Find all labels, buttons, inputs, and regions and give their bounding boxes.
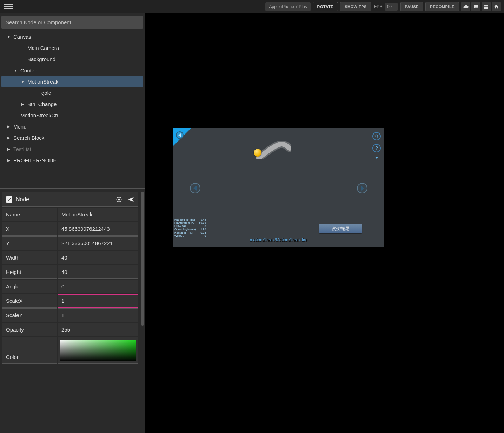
show-fps-button[interactable]: SHOW FPS (340, 2, 371, 11)
prop-color-picker[interactable] (58, 337, 138, 364)
tree-item-label: Main Camera (27, 45, 59, 51)
tree-item[interactable]: ▶Menu (1, 121, 143, 132)
prop-scaley-label: ScaleY (2, 308, 57, 322)
tree-item[interactable]: ▶Btn_Change (1, 98, 143, 110)
tree-item-label: TestList (13, 146, 31, 152)
caret-down-icon[interactable]: ▼ (6, 35, 11, 39)
prop-color-label: Color (2, 337, 57, 364)
recompile-button[interactable]: RECOMPILE (425, 2, 459, 11)
help-icon[interactable]: ? (372, 144, 381, 152)
device-select[interactable]: Apple iPhone 7 Plus (265, 2, 310, 11)
send-icon[interactable] (127, 196, 134, 203)
tree-item[interactable]: MotionStreakCtrl (1, 110, 143, 121)
hierarchy-panel: ▼CanvasMain CameraBackground▼Content▼Mot… (0, 13, 145, 188)
home-icon[interactable] (492, 2, 501, 11)
tree-item[interactable]: ▼Canvas (1, 31, 143, 42)
target-icon[interactable] (115, 196, 122, 203)
prop-y-value[interactable]: 221.33350014867221 (58, 236, 138, 250)
pause-button[interactable]: PAUSE (400, 2, 424, 11)
tree-item[interactable]: ▶TestList (1, 143, 143, 155)
node-tree: ▼CanvasMain CameraBackground▼Content▼Mot… (1, 31, 143, 188)
inspector-title: Node (16, 196, 115, 203)
tree-item[interactable]: ▼Content (1, 65, 143, 76)
tree-item[interactable]: Main Camera (1, 42, 143, 53)
prop-opacity-label: Opacity (2, 323, 57, 336)
prop-height-label: Height (2, 265, 57, 279)
grid-icon[interactable] (482, 2, 491, 11)
scrollbar[interactable] (141, 192, 144, 326)
caret-down-icon[interactable]: ▼ (13, 68, 18, 72)
tree-item[interactable]: ▶PROFILER-NODE (1, 155, 143, 166)
nav-right-icon[interactable] (357, 183, 367, 193)
prop-x-value[interactable]: 45.86639976212443 (58, 222, 138, 236)
prop-width-label: Width (2, 251, 57, 264)
node-active-checkbox[interactable] (6, 196, 12, 203)
tree-item-label: MotionStreak (27, 79, 58, 85)
change-streak-button[interactable]: 改变拖尾 (319, 224, 362, 233)
zoom-icon[interactable] (372, 132, 381, 140)
tree-item-label: PROFILER-NODE (13, 157, 57, 163)
tree-item-label: Btn_Change (27, 101, 57, 107)
tree-item[interactable]: gold (1, 87, 143, 98)
back-icon[interactable] (176, 131, 184, 139)
caret-right-icon[interactable]: ▶ (6, 158, 11, 162)
caret-down-icon[interactable]: ▼ (20, 80, 25, 84)
nav-left-icon[interactable] (190, 183, 200, 193)
svg-line-3 (377, 137, 379, 138)
prop-scalex-label: ScaleX (2, 294, 57, 308)
chevron-down-icon[interactable] (375, 157, 378, 159)
caret-right-icon[interactable]: ▶ (6, 136, 11, 140)
caret-right-icon[interactable]: ▶ (6, 125, 11, 129)
inspector-panel: Node Name MotionStreak X 45.866399762124… (0, 188, 145, 433)
cloud-icon[interactable] (461, 2, 470, 11)
prop-opacity-value[interactable]: 255 (58, 323, 138, 336)
prop-width-value[interactable]: 40 (58, 251, 138, 264)
chat-icon[interactable] (471, 2, 480, 11)
rotate-button[interactable]: ROTATE (313, 2, 338, 11)
fps-label: FPS: (374, 4, 384, 9)
prop-y-label: Y (2, 236, 57, 250)
menu-icon[interactable] (4, 2, 13, 11)
tree-item[interactable]: Background (1, 53, 143, 65)
tree-item-label: Menu (13, 124, 27, 130)
tree-item-label: Content (20, 67, 39, 73)
prop-angle-label: Angle (2, 280, 57, 293)
tree-item-label: MotionStreakCtrl (20, 112, 60, 118)
search-input[interactable] (1, 16, 143, 29)
prop-scaley-value[interactable]: 1 (58, 308, 138, 322)
motion-streak (256, 141, 291, 159)
gold-coin (254, 149, 261, 157)
game-preview-panel: ? 改变拖尾 Frame time (ms)1.48Framerate (FPS… (145, 13, 504, 433)
fps-input[interactable] (385, 3, 398, 11)
prop-scalex-value[interactable]: 1 (58, 294, 138, 308)
prop-angle-value[interactable]: 0 (58, 280, 138, 293)
prop-name-label: Name (2, 208, 57, 221)
tree-item[interactable]: ▶Search Block (1, 132, 143, 143)
profiler-stats: Frame time (ms)1.48Framerate (FPS)59.96D… (174, 218, 206, 237)
top-toolbar: Apple iPhone 7 Plus ROTATE SHOW FPS FPS:… (0, 0, 504, 13)
caret-right-icon[interactable]: ▶ (20, 102, 25, 106)
prop-x-label: X (2, 222, 57, 236)
game-frame[interactable]: ? 改变拖尾 Frame time (ms)1.48Framerate (FPS… (173, 128, 384, 247)
svg-point-2 (375, 135, 377, 137)
scene-path: motionStreak/MotionStreak.fire (173, 237, 384, 242)
prop-name-value[interactable]: MotionStreak (58, 208, 138, 221)
prop-height-value[interactable]: 40 (58, 265, 138, 279)
tree-item[interactable]: ▼MotionStreak (1, 76, 143, 87)
caret-right-icon[interactable]: ▶ (6, 147, 11, 151)
tree-item-label: Search Block (13, 135, 44, 141)
tree-item-label: Canvas (13, 34, 31, 40)
tree-item-label: gold (41, 90, 51, 96)
svg-point-1 (118, 199, 120, 201)
tree-item-label: Background (27, 56, 55, 62)
